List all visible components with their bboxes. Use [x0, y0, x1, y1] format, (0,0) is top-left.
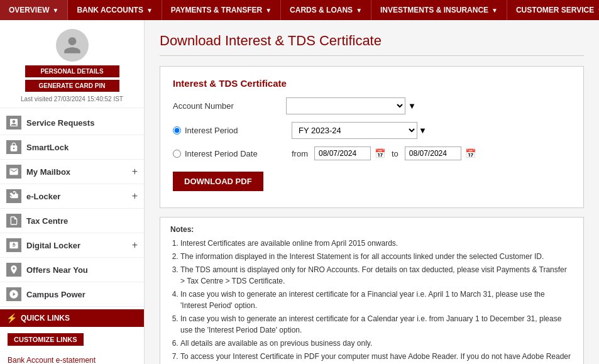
sidebar: PERSONAL DETAILS GENERATE CARD PIN Last … [0, 20, 145, 364]
notes-list: Interest Certificates are available onli… [170, 238, 573, 364]
notes-section: Notes: Interest Certificates are availab… [160, 217, 584, 364]
personal-details-button[interactable]: PERSONAL DETAILS [25, 65, 119, 77]
account-select-arrow: ▼ [408, 101, 416, 111]
offers-icon [6, 263, 21, 277]
top-navigation: OVERVIEW ▼ BANK ACCOUNTS ▼ PAYMENTS & TR… [0, 0, 599, 20]
sidebar-item-campus-power[interactable]: Campus Power [0, 282, 144, 307]
elocker-plus-icon: + [132, 190, 138, 202]
fy-select[interactable]: FY 2023-24 [292, 122, 417, 139]
interest-period-date-label: Interest Period Date [185, 149, 292, 158]
tax-centre-label: Tax Centre [26, 216, 68, 226]
notes-title: Notes: [170, 225, 573, 234]
interest-period-radio-label: Interest Period [185, 126, 292, 135]
quick-links-title: QUICK LINKS [21, 314, 70, 323]
main-layout: PERSONAL DETAILS GENERATE CARD PIN Last … [0, 20, 599, 364]
note-2: The information displayed in the Interes… [180, 251, 573, 262]
sidebar-item-my-mailbox[interactable]: My Mailbox + [0, 160, 144, 184]
mailbox-label: My Mailbox [26, 167, 70, 177]
interest-period-date-radio[interactable] [173, 150, 181, 158]
sidebar-item-tax-centre[interactable]: Tax Centre [0, 209, 144, 233]
interest-period-row: Interest Period FY 2023-24 ▼ [173, 122, 571, 139]
smartlock-label: SmartLock [26, 143, 69, 152]
form-card-title: Interest & TDS Certificate [173, 78, 571, 89]
interest-period-radio[interactable] [173, 126, 181, 135]
mailbox-plus-icon: + [132, 166, 138, 177]
quick-links-header: ⚡ QUICK LINKS [0, 309, 144, 327]
note-7: To access your Interest Certificate in P… [180, 351, 573, 364]
customize-links-button[interactable]: CUSTOMIZE LINKS [6, 332, 85, 347]
to-calendar-icon[interactable]: 📅 [465, 148, 476, 158]
payments-arrow: ▼ [265, 7, 272, 14]
page-title: Download Interest & TDS Certificate [160, 33, 584, 56]
investments-arrow: ▼ [492, 7, 498, 14]
tax-centre-icon [6, 214, 21, 228]
note-6: All details are available as on previous… [180, 338, 573, 349]
account-number-row: Account Number ▼ [173, 97, 571, 114]
note-3: The TDS amount is displayed only for NRO… [180, 264, 573, 287]
nav-customer-service[interactable]: CUSTOMER SERVICE ▼ [507, 0, 599, 20]
digital-locker-plus-icon: + [132, 240, 138, 251]
nav-investments[interactable]: INVESTMENTS & INSURANCE ▼ [371, 0, 507, 20]
sidebar-item-elocker[interactable]: e-Locker + [0, 184, 144, 209]
avatar [56, 29, 89, 62]
to-label: to [392, 149, 398, 158]
interest-period-date-row: Interest Period Date from 📅 to 📅 [173, 146, 571, 160]
service-requests-label: Service Requests [26, 118, 94, 128]
profile-buttons: PERSONAL DETAILS GENERATE CARD PIN [6, 65, 138, 92]
note-5: In case you wish to generate an interest… [180, 313, 573, 336]
sidebar-item-offers-near-you[interactable]: Offers Near You [0, 258, 144, 282]
smartlock-icon [6, 140, 21, 154]
elocker-label: e-Locker [26, 192, 60, 201]
offers-near-you-label: Offers Near You [26, 265, 88, 275]
overview-arrow: ▼ [52, 7, 58, 14]
from-label: from [292, 149, 308, 158]
profile-area: PERSONAL DETAILS GENERATE CARD PIN Last … [0, 20, 144, 108]
account-select-wrapper: ▼ [286, 97, 416, 114]
sidebar-item-service-requests[interactable]: Service Requests [0, 111, 144, 135]
to-date-input[interactable] [405, 146, 461, 160]
generate-card-pin-button[interactable]: GENERATE CARD PIN [25, 80, 119, 92]
digital-locker-icon [6, 238, 21, 252]
campus-power-icon [6, 287, 21, 301]
sidebar-link-bank-account[interactable]: Bank Account e-statement [0, 352, 144, 364]
bank-accounts-arrow: ▼ [146, 7, 153, 14]
sidebar-menu: Service Requests SmartLock My Mailbox + [0, 108, 144, 309]
service-requests-icon [6, 116, 21, 130]
sidebar-item-smartlock[interactable]: SmartLock [0, 135, 144, 160]
campus-power-label: Campus Power [26, 290, 85, 299]
last-visited-text: Last visited 27/03/2024 15:40:52 IST [21, 96, 123, 102]
mailbox-icon [6, 165, 21, 179]
download-pdf-button[interactable]: DOWNLOAD PDF [173, 172, 263, 191]
elocker-icon [6, 189, 21, 203]
note-1: Interest Certificates are available onli… [180, 238, 573, 249]
sidebar-item-digital-locker[interactable]: Digital Locker + [0, 233, 144, 258]
nav-cards-loans[interactable]: CARDS & LOANS ▼ [281, 0, 371, 20]
date-group: from 📅 to 📅 [292, 146, 476, 160]
nav-bank-accounts[interactable]: BANK ACCOUNTS ▼ [68, 0, 162, 20]
lightning-icon: ⚡ [6, 313, 17, 323]
nav-overview[interactable]: OVERVIEW ▼ [0, 0, 68, 20]
digital-locker-label: Digital Locker [26, 241, 80, 250]
nav-payments-transfer[interactable]: PAYMENTS & TRANSFER ▼ [162, 0, 281, 20]
from-calendar-icon[interactable]: 📅 [375, 148, 385, 158]
main-content: Download Interest & TDS Certificate Inte… [145, 20, 599, 364]
from-date-input[interactable] [314, 146, 371, 160]
fy-select-arrow: ▼ [419, 126, 427, 135]
account-number-label: Account Number [173, 101, 286, 111]
account-number-select[interactable] [286, 97, 405, 114]
note-4: In case you wish to generate an interest… [180, 289, 573, 311]
form-card: Interest & TDS Certificate Account Numbe… [160, 66, 584, 208]
cards-arrow: ▼ [356, 7, 362, 14]
